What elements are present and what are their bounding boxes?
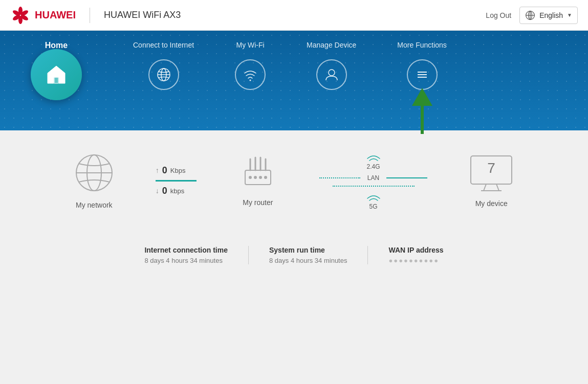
connect-internet-label: Connect to Internet — [133, 41, 194, 49]
product-name: HUAWEI WiFi AX3 — [104, 10, 181, 20]
download-unit: kbps — [170, 187, 184, 195]
wan-ip-label: WAN IP address — [388, 246, 443, 254]
logo-area: HUAWEI HUAWEI WiFi AX3 — [10, 6, 181, 25]
navbar: Home Connect to Internet — [0, 31, 588, 130]
svg-point-30 — [254, 176, 257, 179]
device-label: My device — [475, 199, 508, 208]
download-value: 0 — [162, 186, 167, 196]
nav-items: Home Connect to Internet — [31, 31, 557, 100]
svg-point-31 — [259, 176, 262, 179]
router-label: My router — [243, 198, 273, 207]
download-row: ↓ 0 kbps — [156, 186, 197, 196]
band-5g-label: 5G — [369, 203, 377, 210]
language-label: English — [539, 11, 563, 19]
svg-point-15 — [329, 70, 335, 76]
device-section: 7 My device — [468, 153, 514, 208]
more-functions-label: More Functions — [397, 41, 446, 49]
huawei-logo: HUAWEI — [10, 6, 76, 25]
logout-button[interactable]: Log Out — [486, 11, 511, 19]
speed-section: ↑ 0 Kbps ↓ 0 kbps — [156, 165, 197, 196]
wifi-section: 2.4G LAN 5G — [319, 151, 427, 210]
menu-nav-icon — [415, 67, 430, 82]
green-arrow-icon — [407, 88, 438, 134]
language-selector[interactable]: English ▼ — [519, 7, 578, 24]
nav-item-connect-internet[interactable]: Connect to Internet — [113, 41, 214, 90]
network-section: My network — [74, 152, 115, 209]
download-arrow-icon: ↓ — [156, 187, 159, 195]
dotted-line-left — [319, 177, 360, 178]
home-circle — [31, 49, 82, 100]
wan-ip-value: ●●●●●●●●●● — [388, 257, 443, 264]
lan-label: LAN — [364, 174, 382, 182]
header-right: Log Out English ▼ — [486, 7, 578, 24]
svg-line-34 — [484, 184, 486, 191]
info-bar: Internet connection time 8 days 4 hours … — [41, 236, 547, 275]
huawei-flower-icon — [10, 6, 31, 25]
main-content: My network ↑ 0 Kbps ↓ 0 kbps — [0, 130, 588, 360]
info-item-system-time: System run time 8 days 4 hours 34 minute… — [249, 246, 368, 264]
manage-device-icon-circle — [316, 59, 347, 90]
svg-line-35 — [496, 184, 499, 191]
router-icon — [237, 155, 278, 191]
network-globe-icon — [74, 152, 115, 193]
manage-device-label: Manage Device — [307, 41, 356, 49]
svg-point-32 — [264, 176, 267, 179]
info-item-wan-ip: WAN IP address ●●●●●●●●●● — [368, 246, 464, 264]
logo-divider — [90, 8, 90, 23]
wifi-nav-icon — [243, 67, 258, 82]
nav-item-more-functions[interactable]: More Functions — [377, 41, 467, 90]
upload-value: 0 — [162, 165, 167, 176]
my-wifi-icon-circle — [235, 59, 266, 90]
svg-text:7: 7 — [487, 160, 495, 176]
speed-bar — [156, 180, 197, 182]
svg-rect-10 — [54, 77, 58, 83]
nav-item-home[interactable]: Home — [31, 41, 82, 100]
wifi-24g-icon — [366, 151, 381, 161]
internet-time-label: Internet connection time — [144, 246, 228, 254]
header: HUAWEI HUAWEI WiFi AX3 Log Out English ▼ — [0, 0, 588, 31]
arrow-indicator — [407, 88, 438, 136]
solid-line-right — [386, 177, 427, 178]
svg-marker-20 — [412, 88, 432, 106]
system-time-label: System run time — [269, 246, 347, 254]
globe-icon — [525, 10, 535, 20]
svg-point-29 — [249, 176, 252, 179]
svg-point-14 — [250, 80, 251, 81]
upload-unit: Kbps — [170, 167, 186, 174]
wifi-5g-icon — [366, 191, 381, 201]
network-label: My network — [76, 201, 113, 209]
internet-time-value: 8 days 4 hours 34 minutes — [144, 257, 228, 264]
nav-item-manage-device[interactable]: Manage Device — [286, 41, 377, 90]
nav-item-my-wifi[interactable]: My Wi-Fi — [214, 41, 286, 90]
more-functions-icon-circle — [407, 59, 438, 90]
band-5g-row: 5G — [333, 186, 415, 210]
huawei-brand-text: HUAWEI — [35, 9, 76, 21]
globe-nav-icon — [156, 67, 171, 82]
band-24g-line: LAN — [319, 174, 427, 182]
chevron-down-icon: ▼ — [567, 12, 572, 18]
my-wifi-label: My Wi-Fi — [236, 41, 264, 49]
router-section: My router — [237, 155, 278, 207]
info-item-internet-time: Internet connection time 8 days 4 hours … — [124, 246, 249, 264]
system-time-value: 8 days 4 hours 34 minutes — [269, 257, 347, 264]
connect-internet-icon-circle — [148, 59, 179, 90]
user-nav-icon — [324, 67, 339, 82]
home-icon — [43, 62, 69, 87]
band-24g-row: 2.4G — [366, 151, 381, 170]
upload-arrow-icon: ↑ — [156, 166, 159, 174]
upload-row: ↑ 0 Kbps — [156, 165, 197, 176]
stats-row: My network ↑ 0 Kbps ↓ 0 kbps — [41, 151, 547, 210]
monitor-icon: 7 — [468, 153, 514, 192]
band-24g-label: 2.4G — [366, 163, 380, 170]
dotted-line-5g — [333, 186, 415, 187]
